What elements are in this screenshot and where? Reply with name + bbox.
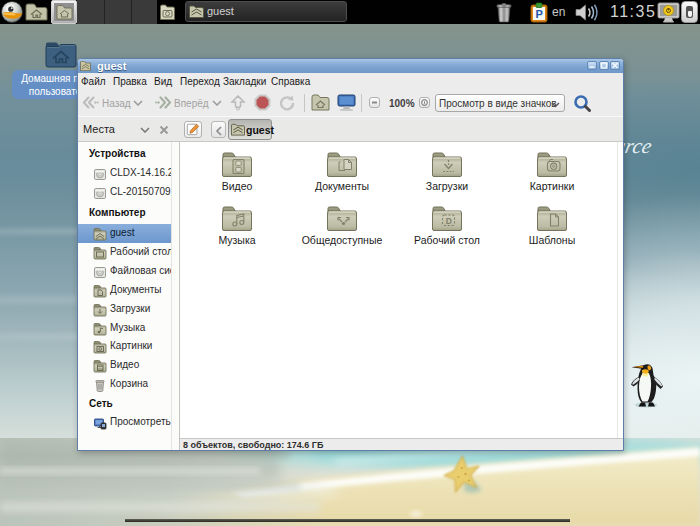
svg-text:D: D xyxy=(446,216,452,226)
svg-text:P: P xyxy=(536,8,543,20)
